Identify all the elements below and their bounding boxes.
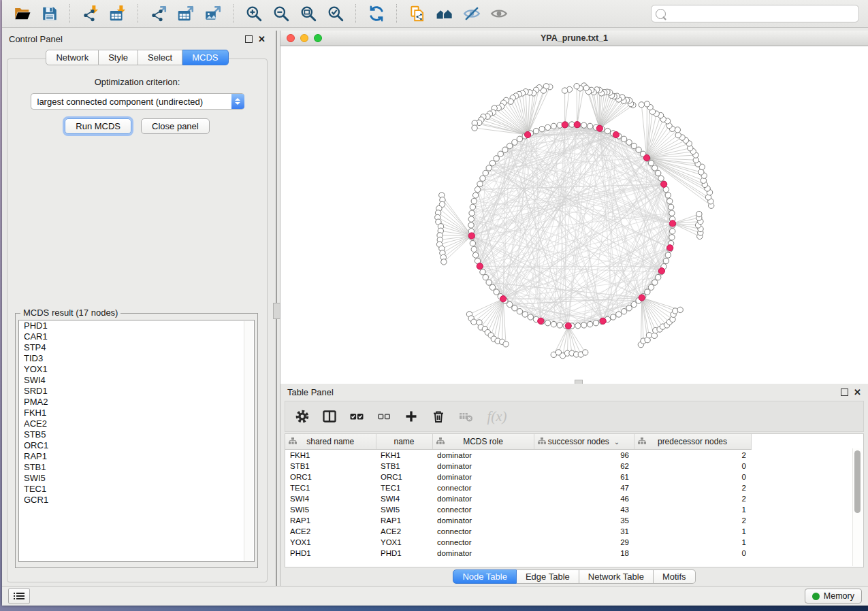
- panel-splitter[interactable]: [272, 31, 280, 586]
- table-scrollbar-thumb[interactable]: [854, 450, 861, 513]
- mcds-result-item[interactable]: PMA2: [19, 397, 254, 408]
- delete-column-button[interactable]: [427, 406, 450, 427]
- mcds-result-item[interactable]: SRD1: [19, 386, 254, 397]
- export-image-button[interactable]: [199, 3, 227, 24]
- export-network-button[interactable]: [145, 3, 172, 24]
- network-canvas[interactable]: [280, 46, 868, 384]
- cell-predecessor_nodes: 1: [634, 504, 751, 515]
- mcds-result-item[interactable]: YOX1: [19, 364, 254, 375]
- zoom-selected-button[interactable]: [322, 3, 349, 24]
- settings-button[interactable]: [291, 406, 314, 427]
- table-row[interactable]: PHD1PHD1dominator180: [285, 548, 751, 559]
- cell-mcds_role: dominator: [432, 515, 534, 526]
- create-column-button[interactable]: [400, 406, 423, 427]
- refresh-network-button[interactable]: [363, 3, 390, 24]
- table-row[interactable]: TEC1TEC1connector472: [285, 482, 751, 493]
- column-header-successor-nodes[interactable]: successor nodes⌄: [534, 434, 634, 450]
- search-input[interactable]: [669, 8, 854, 19]
- cell-shared_name: RAP1: [285, 515, 376, 526]
- zoom-in-button[interactable]: [240, 3, 268, 24]
- mcds-result-item[interactable]: ACE2: [19, 418, 254, 429]
- first-neighbors-button[interactable]: [431, 3, 458, 24]
- mcds-result-item[interactable]: TEC1: [19, 484, 254, 495]
- deselect-all-button[interactable]: [372, 406, 396, 427]
- cell-shared_name: STB1: [285, 461, 376, 472]
- close-panel-button[interactable]: Close panel: [141, 118, 210, 134]
- save-session-button[interactable]: [36, 3, 63, 24]
- import-network-button[interactable]: [77, 3, 104, 24]
- duplicate-network-button[interactable]: [404, 3, 431, 24]
- tab-network-table[interactable]: Network Table: [579, 569, 654, 584]
- column-header-shared-name[interactable]: shared name: [285, 434, 376, 450]
- open-file-button[interactable]: [9, 3, 36, 24]
- memory-button[interactable]: Memory: [805, 589, 862, 604]
- table-tabs: Node TableEdge TableNetwork TableMotifs: [280, 567, 868, 586]
- mcds-result-item[interactable]: SWI4: [19, 375, 254, 386]
- column-header-predecessor-nodes[interactable]: predecessor nodes: [634, 434, 751, 450]
- mcds-result-item[interactable]: CAR1: [19, 331, 254, 342]
- node-table-grid[interactable]: shared namenameMCDS rolesuccessor nodes⌄…: [285, 434, 752, 559]
- mcds-result-item[interactable]: ORC1: [19, 440, 254, 451]
- run-mcds-button[interactable]: Run MCDS: [65, 118, 131, 134]
- mcds-result-list[interactable]: PHD1CAR1STP4TID3YOX1SWI4SRD1PMA2FKH1ACE2…: [18, 320, 255, 562]
- mcds-result-item[interactable]: TID3: [19, 353, 254, 364]
- zoom-fit-icon: [300, 5, 317, 22]
- table-scrollbar[interactable]: [852, 448, 863, 566]
- table-row[interactable]: STB1STB1dominator620: [285, 461, 751, 472]
- mcds-result-scrollbar[interactable]: [244, 321, 253, 561]
- horizontal-splitter-grip[interactable]: [575, 380, 583, 384]
- tab-motifs[interactable]: Motifs: [654, 569, 696, 584]
- table-row[interactable]: YOX1YOX1connector291: [285, 537, 751, 548]
- select-all-button[interactable]: [345, 406, 368, 427]
- splitter-grip[interactable]: [273, 303, 280, 319]
- table-row[interactable]: RAP1RAP1dominator352: [285, 515, 751, 526]
- float-table-panel-icon[interactable]: [841, 389, 848, 396]
- column-header-name[interactable]: name: [376, 434, 432, 450]
- tab-node-table[interactable]: Node Table: [453, 569, 517, 584]
- network-graph[interactable]: [280, 46, 868, 384]
- hide-selected-button[interactable]: [458, 3, 485, 24]
- mcds-result-item[interactable]: STB5: [19, 429, 254, 440]
- node-table[interactable]: shared namenameMCDS rolesuccessor nodes⌄…: [285, 433, 864, 567]
- export-network-icon: [150, 5, 167, 22]
- column-header-MCDS-role[interactable]: MCDS role: [432, 434, 534, 450]
- window-zoom-icon[interactable]: [314, 34, 322, 42]
- float-panel-icon[interactable]: [245, 35, 253, 43]
- cell-predecessor_nodes: 0: [634, 461, 751, 472]
- close-table-panel-icon[interactable]: ✕: [854, 389, 861, 395]
- mcds-result-item[interactable]: STB1: [19, 462, 254, 473]
- zoom-out-button[interactable]: [268, 3, 295, 24]
- column-panel-button[interactable]: [318, 406, 341, 427]
- tab-network[interactable]: Network: [46, 50, 99, 65]
- close-panel-icon[interactable]: ✕: [258, 36, 266, 42]
- tab-select[interactable]: Select: [138, 50, 182, 65]
- mcds-result-item[interactable]: PHD1: [19, 320, 254, 331]
- table-row[interactable]: SWI4SWI4dominator462: [285, 493, 751, 504]
- search-box[interactable]: [651, 5, 859, 22]
- tab-edge-table[interactable]: Edge Table: [517, 569, 579, 584]
- window-close-icon[interactable]: [287, 34, 295, 42]
- show-all-button[interactable]: [485, 3, 513, 24]
- optimization-criterion-select[interactable]: largest connected component (undirected): [31, 93, 244, 110]
- table-row[interactable]: ACE2ACE2connector311: [285, 526, 751, 537]
- control-panel-titlebar: Control Panel ✕: [2, 31, 272, 47]
- mcds-result-item[interactable]: SWI5: [19, 473, 254, 484]
- import-table-button[interactable]: [104, 3, 131, 24]
- window-minimize-icon[interactable]: [300, 34, 308, 42]
- mcds-result-item[interactable]: FKH1: [19, 408, 254, 418]
- table-row[interactable]: FKH1FKH1dominator962: [285, 450, 751, 461]
- tab-style[interactable]: Style: [99, 50, 138, 65]
- control-panel-tabs: NetworkStyleSelectMCDS: [2, 50, 272, 65]
- export-table-button[interactable]: [172, 3, 199, 24]
- mcds-result-item[interactable]: GCR1: [19, 495, 254, 506]
- tab-mcds[interactable]: MCDS: [182, 50, 228, 65]
- select-all-icon: [349, 409, 364, 424]
- task-history-button[interactable]: [8, 588, 30, 604]
- table-row[interactable]: ORC1ORC1dominator610: [285, 472, 751, 482]
- mcds-result-item[interactable]: STP4: [19, 342, 254, 353]
- mcds-result-item[interactable]: RAP1: [19, 451, 254, 462]
- zoom-in-icon: [245, 5, 263, 22]
- cell-shared_name: SWI5: [285, 504, 376, 515]
- zoom-fit-button[interactable]: [295, 3, 322, 24]
- table-row[interactable]: SWI5SWI5connector431: [285, 504, 751, 515]
